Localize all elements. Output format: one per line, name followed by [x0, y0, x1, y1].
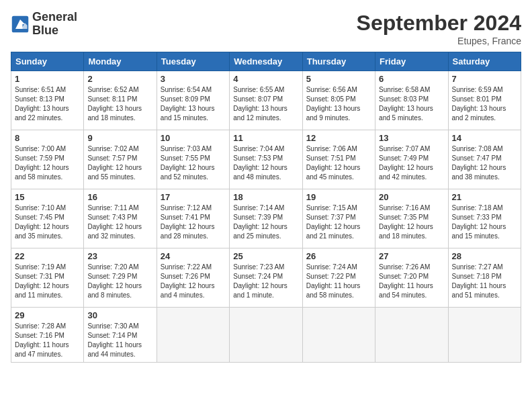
table-row	[302, 308, 375, 363]
cell-info: Sunrise: 6:54 AM Sunset: 8:09 PM Dayligh…	[161, 85, 226, 123]
table-row: 22Sunrise: 7:19 AM Sunset: 7:31 PM Dayli…	[11, 248, 84, 308]
day-number: 1	[15, 74, 80, 84]
day-number: 23	[87, 251, 152, 261]
table-row: 5Sunrise: 6:56 AM Sunset: 8:05 PM Daylig…	[302, 71, 375, 130]
table-row: 20Sunrise: 7:16 AM Sunset: 7:35 PM Dayli…	[375, 189, 448, 248]
table-row: 26Sunrise: 7:24 AM Sunset: 7:22 PM Dayli…	[302, 248, 375, 308]
col-thursday: Thursday	[302, 52, 375, 71]
calendar-week-row: 1Sunrise: 6:51 AM Sunset: 8:13 PM Daylig…	[11, 71, 521, 130]
cell-info: Sunrise: 6:58 AM Sunset: 8:03 PM Dayligh…	[379, 85, 444, 123]
col-saturday: Saturday	[448, 52, 521, 71]
day-number: 10	[161, 133, 226, 143]
day-number: 12	[306, 133, 371, 143]
table-row: 6Sunrise: 6:58 AM Sunset: 8:03 PM Daylig…	[375, 71, 448, 130]
cell-info: Sunrise: 6:55 AM Sunset: 8:07 PM Dayligh…	[233, 85, 298, 123]
cell-info: Sunrise: 6:52 AM Sunset: 8:11 PM Dayligh…	[87, 85, 152, 123]
cell-info: Sunrise: 7:19 AM Sunset: 7:31 PM Dayligh…	[15, 263, 80, 300]
table-row: 18Sunrise: 7:14 AM Sunset: 7:39 PM Dayli…	[230, 189, 302, 248]
col-sunday: Sunday	[11, 52, 84, 71]
day-number: 26	[306, 251, 371, 261]
day-number: 27	[379, 251, 444, 261]
table-row: 19Sunrise: 7:15 AM Sunset: 7:37 PM Dayli…	[302, 189, 375, 248]
calendar-week-row: 15Sunrise: 7:10 AM Sunset: 7:45 PM Dayli…	[11, 189, 521, 248]
table-row: 4Sunrise: 6:55 AM Sunset: 8:07 PM Daylig…	[230, 71, 302, 130]
day-number: 18	[233, 192, 298, 202]
logo-text: General Blue	[32, 11, 77, 38]
col-friday: Friday	[375, 52, 448, 71]
day-number: 17	[161, 192, 226, 202]
cell-info: Sunrise: 7:10 AM Sunset: 7:45 PM Dayligh…	[15, 203, 80, 241]
cell-info: Sunrise: 7:00 AM Sunset: 7:59 PM Dayligh…	[15, 144, 80, 182]
table-row: 9Sunrise: 7:02 AM Sunset: 7:57 PM Daylig…	[84, 130, 157, 189]
table-row: 23Sunrise: 7:20 AM Sunset: 7:29 PM Dayli…	[84, 248, 157, 308]
day-number: 21	[452, 192, 517, 202]
cell-info: Sunrise: 7:20 AM Sunset: 7:29 PM Dayligh…	[87, 263, 152, 300]
col-wednesday: Wednesday	[230, 52, 302, 71]
table-row: 29Sunrise: 7:28 AM Sunset: 7:16 PM Dayli…	[11, 308, 84, 363]
cell-info: Sunrise: 6:59 AM Sunset: 8:01 PM Dayligh…	[452, 85, 517, 123]
cell-info: Sunrise: 7:12 AM Sunset: 7:41 PM Dayligh…	[161, 203, 226, 241]
table-row: 15Sunrise: 7:10 AM Sunset: 7:45 PM Dayli…	[11, 189, 84, 248]
calendar-week-row: 29Sunrise: 7:28 AM Sunset: 7:16 PM Dayli…	[11, 308, 521, 363]
day-number: 16	[87, 192, 152, 202]
cell-info: Sunrise: 7:24 AM Sunset: 7:22 PM Dayligh…	[306, 263, 371, 300]
table-row: 14Sunrise: 7:08 AM Sunset: 7:47 PM Dayli…	[448, 130, 521, 189]
table-row: 11Sunrise: 7:04 AM Sunset: 7:53 PM Dayli…	[230, 130, 302, 189]
cell-info: Sunrise: 7:04 AM Sunset: 7:53 PM Dayligh…	[233, 144, 298, 182]
day-number: 5	[306, 74, 371, 84]
cell-info: Sunrise: 7:18 AM Sunset: 7:33 PM Dayligh…	[452, 203, 517, 241]
cell-info: Sunrise: 7:27 AM Sunset: 7:18 PM Dayligh…	[452, 263, 517, 300]
day-number: 9	[87, 133, 152, 143]
table-row: 30Sunrise: 7:30 AM Sunset: 7:14 PM Dayli…	[84, 308, 157, 363]
day-number: 24	[161, 251, 226, 261]
table-row: 21Sunrise: 7:18 AM Sunset: 7:33 PM Dayli…	[448, 189, 521, 248]
table-row: 13Sunrise: 7:07 AM Sunset: 7:49 PM Dayli…	[375, 130, 448, 189]
day-number: 30	[87, 310, 152, 320]
calendar-week-row: 8Sunrise: 7:00 AM Sunset: 7:59 PM Daylig…	[11, 130, 521, 189]
table-row	[230, 308, 302, 363]
day-number: 14	[452, 133, 517, 143]
table-row	[157, 308, 229, 363]
table-row: 27Sunrise: 7:26 AM Sunset: 7:20 PM Dayli…	[375, 248, 448, 308]
table-row: 24Sunrise: 7:22 AM Sunset: 7:26 PM Dayli…	[157, 248, 229, 308]
cell-info: Sunrise: 7:30 AM Sunset: 7:14 PM Dayligh…	[87, 322, 152, 359]
page-header: General Blue September 2024 Etupes, Fran…	[11, 11, 521, 46]
day-number: 13	[379, 133, 444, 143]
title-area: September 2024 Etupes, France	[357, 11, 521, 46]
day-number: 22	[15, 251, 80, 261]
cell-info: Sunrise: 7:07 AM Sunset: 7:49 PM Dayligh…	[379, 144, 444, 182]
cell-info: Sunrise: 7:03 AM Sunset: 7:55 PM Dayligh…	[161, 144, 226, 182]
day-number: 8	[15, 133, 80, 143]
day-number: 2	[87, 74, 152, 84]
cell-info: Sunrise: 7:22 AM Sunset: 7:26 PM Dayligh…	[161, 263, 226, 300]
cell-info: Sunrise: 6:51 AM Sunset: 8:13 PM Dayligh…	[15, 85, 80, 123]
cell-info: Sunrise: 7:23 AM Sunset: 7:24 PM Dayligh…	[233, 263, 298, 300]
table-row: 16Sunrise: 7:11 AM Sunset: 7:43 PM Dayli…	[84, 189, 157, 248]
cell-info: Sunrise: 7:16 AM Sunset: 7:35 PM Dayligh…	[379, 203, 444, 241]
cell-info: Sunrise: 7:08 AM Sunset: 7:47 PM Dayligh…	[452, 144, 517, 182]
table-row: 17Sunrise: 7:12 AM Sunset: 7:41 PM Dayli…	[157, 189, 229, 248]
day-number: 11	[233, 133, 298, 143]
day-number: 6	[379, 74, 444, 84]
cell-info: Sunrise: 7:28 AM Sunset: 7:16 PM Dayligh…	[15, 322, 80, 359]
table-row: 7Sunrise: 6:59 AM Sunset: 8:01 PM Daylig…	[448, 71, 521, 130]
day-number: 20	[379, 192, 444, 202]
table-row: 25Sunrise: 7:23 AM Sunset: 7:24 PM Dayli…	[230, 248, 302, 308]
day-number: 7	[452, 74, 517, 84]
header-row: Sunday Monday Tuesday Wednesday Thursday…	[11, 52, 521, 71]
table-row: 3Sunrise: 6:54 AM Sunset: 8:09 PM Daylig…	[157, 71, 229, 130]
table-row: 2Sunrise: 6:52 AM Sunset: 8:11 PM Daylig…	[84, 71, 157, 130]
cell-info: Sunrise: 7:06 AM Sunset: 7:51 PM Dayligh…	[306, 144, 371, 182]
month-title: September 2024	[357, 11, 521, 36]
cell-info: Sunrise: 7:11 AM Sunset: 7:43 PM Dayligh…	[87, 203, 152, 241]
day-number: 29	[15, 310, 80, 320]
cell-info: Sunrise: 6:56 AM Sunset: 8:05 PM Dayligh…	[306, 85, 371, 123]
location: Etupes, France	[357, 36, 521, 46]
table-row: 12Sunrise: 7:06 AM Sunset: 7:51 PM Dayli…	[302, 130, 375, 189]
cell-info: Sunrise: 7:15 AM Sunset: 7:37 PM Dayligh…	[306, 203, 371, 241]
cell-info: Sunrise: 7:02 AM Sunset: 7:57 PM Dayligh…	[87, 144, 152, 182]
table-row	[448, 308, 521, 363]
table-row	[375, 308, 448, 363]
table-row: 8Sunrise: 7:00 AM Sunset: 7:59 PM Daylig…	[11, 130, 84, 189]
day-number: 25	[233, 251, 298, 261]
